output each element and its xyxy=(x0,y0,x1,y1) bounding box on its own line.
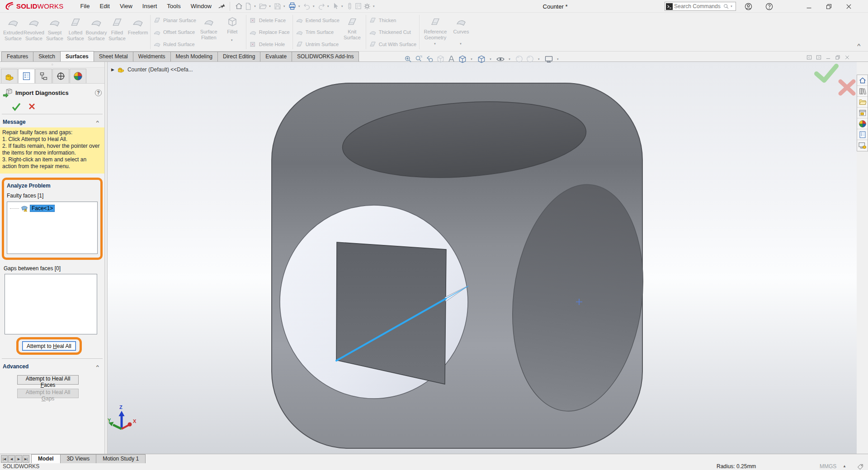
tab-features[interactable]: Features xyxy=(1,52,33,61)
breadcrumb-label[interactable]: Counter (Default) <<Defa... xyxy=(127,66,193,73)
zoom-to-fit-icon[interactable] xyxy=(404,55,412,63)
next-tab-icon[interactable]: ▶ xyxy=(15,455,22,463)
units-up-icon[interactable]: ▲ xyxy=(843,464,846,468)
surface-flatten-button[interactable]: Surface Flatten xyxy=(197,14,221,50)
close-button[interactable] xyxy=(839,0,858,13)
featuremanager-tab[interactable] xyxy=(1,69,18,83)
extend-surface-button[interactable]: Extend Surface xyxy=(296,15,340,25)
previous-tab-icon[interactable]: ◀ xyxy=(8,455,15,463)
trim-surface-button[interactable]: Trim Surface xyxy=(296,28,340,37)
view-settings-dropdown-icon[interactable]: ▼ xyxy=(557,58,559,61)
dock-right-icon[interactable] xyxy=(816,54,822,61)
print-button[interactable] xyxy=(288,1,297,11)
thickened-cut-button[interactable]: Thickened Cut xyxy=(369,28,416,37)
tab-sketch[interactable]: Sketch xyxy=(33,52,61,61)
feature-tree-breadcrumb[interactable]: ▶ Counter (Default) <<Defa... xyxy=(111,66,193,73)
new-document-button[interactable] xyxy=(244,1,253,11)
open-button[interactable] xyxy=(258,1,268,11)
custom-properties-icon[interactable] xyxy=(857,129,868,140)
dimxpertmanager-tab[interactable] xyxy=(52,69,69,83)
collapse-ribbon-icon[interactable]: ^ xyxy=(857,43,861,49)
filled-surface-button[interactable]: Filled Surface xyxy=(107,14,127,50)
tab-weldments[interactable]: Weldments xyxy=(133,52,171,61)
model-3d-view[interactable]: Z Y X xyxy=(108,62,857,454)
dock-left-icon[interactable] xyxy=(806,54,812,61)
faulty-faces-list[interactable]: Face<1> xyxy=(7,202,98,254)
reference-geometry-button[interactable]: Reference Geometry▼ xyxy=(421,14,449,50)
ok-check-icon[interactable] xyxy=(11,101,21,111)
swept-surface-button[interactable]: Swept Surface xyxy=(44,14,65,50)
tab-mesh-modeling[interactable]: Mesh Modeling xyxy=(170,52,218,61)
attempt-to-heal-all-faces-button[interactable]: Attempt to Heal All Faces xyxy=(17,375,79,385)
delete-hole-button[interactable]: Delete Hole xyxy=(249,39,290,49)
pin-menu-icon[interactable] xyxy=(217,1,226,10)
menu-tools[interactable]: Tools xyxy=(162,0,185,12)
confirm-ok-icon[interactable] xyxy=(816,66,836,80)
tab-solidworks-add-ins[interactable]: SOLIDWORKS Add-Ins xyxy=(292,52,359,61)
rebuild-button[interactable] xyxy=(345,1,354,11)
curves-button[interactable]: Curves▼ xyxy=(449,14,473,50)
redo-button[interactable] xyxy=(317,1,326,11)
counter-part-body[interactable] xyxy=(272,83,656,448)
tag-icon[interactable] xyxy=(857,463,863,470)
model-tab[interactable]: Model xyxy=(31,454,61,463)
3d-views-tab[interactable]: 3D Views xyxy=(60,454,96,463)
restore-button[interactable] xyxy=(819,0,838,13)
boundary-surface-button[interactable]: Boundary Surface xyxy=(86,14,107,50)
edit-appearance-icon[interactable] xyxy=(515,55,524,63)
print-dropdown-icon[interactable]: ▼ xyxy=(298,5,301,8)
open-dropdown-icon[interactable]: ▼ xyxy=(269,5,271,8)
tab-evaluate[interactable]: Evaluate xyxy=(260,52,292,61)
search-input[interactable] xyxy=(673,3,723,9)
displaymanager-tab[interactable] xyxy=(70,69,86,83)
home-button[interactable] xyxy=(234,1,244,11)
freeform-button[interactable]: Freeform xyxy=(127,14,148,50)
solidworks-resources-icon[interactable] xyxy=(857,140,868,151)
save-dropdown-icon[interactable]: ▼ xyxy=(283,5,286,8)
gaps-list[interactable] xyxy=(5,274,97,334)
options-button[interactable] xyxy=(363,1,372,11)
panel-help-icon[interactable]: ? xyxy=(95,89,102,96)
square-pocket-face[interactable] xyxy=(336,242,446,384)
replace-face-button[interactable]: Replace Face xyxy=(249,28,290,37)
curves-dropdown-icon[interactable]: ▼ xyxy=(459,42,462,45)
last-tab-icon[interactable]: ▶| xyxy=(23,455,29,463)
help-button[interactable] xyxy=(761,0,777,13)
fillet-button[interactable]: Fillet▼ xyxy=(221,14,244,50)
display-style-icon[interactable] xyxy=(477,55,486,64)
view-settings-icon[interactable] xyxy=(544,55,553,64)
new-dropdown-icon[interactable]: ▼ xyxy=(254,5,256,8)
design-library-icon[interactable] xyxy=(857,86,868,97)
menu-window[interactable]: Window xyxy=(186,0,217,12)
graphics-viewport[interactable]: Z Y X ▶ Counter (Default) <<Defa... xyxy=(108,62,857,454)
extruded-surface-button[interactable]: Extruded Surface xyxy=(3,14,24,50)
save-button[interactable] xyxy=(273,1,282,11)
redo-dropdown-icon[interactable]: ▼ xyxy=(327,5,330,8)
doc-minimize-icon[interactable] xyxy=(825,54,831,61)
ruled-surface-button[interactable]: Ruled Surface xyxy=(153,39,196,49)
message-section-header[interactable]: Message ^ xyxy=(2,117,103,127)
minimize-button[interactable] xyxy=(799,0,818,13)
select-dropdown-icon[interactable]: ▼ xyxy=(341,5,344,8)
view-orientation-dropdown-icon[interactable]: ▼ xyxy=(470,58,473,61)
knit-surface-button[interactable]: Knit Surface xyxy=(340,14,364,50)
collapse-section-icon[interactable]: ^ xyxy=(96,365,99,368)
file-properties-button[interactable] xyxy=(354,1,363,11)
face-item[interactable]: Face<1> xyxy=(30,205,55,212)
faulty-face-row[interactable]: Face<1> xyxy=(9,204,96,212)
tab-sheet-metal[interactable]: Sheet Metal xyxy=(94,52,133,61)
cancel-x-icon[interactable] xyxy=(28,103,36,110)
taskpane-home-icon[interactable] xyxy=(857,75,868,86)
attempt-to-heal-all-gaps-button[interactable]: Attempt to Heal All Gaps xyxy=(17,389,79,398)
advanced-section-header[interactable]: Advanced ^ xyxy=(2,362,103,371)
offset-surface-button[interactable]: Offset Surface xyxy=(153,28,196,37)
delete-face-button[interactable]: Delete Face xyxy=(249,15,290,25)
propertymanager-tab[interactable] xyxy=(18,69,35,83)
previous-view-icon[interactable] xyxy=(425,55,434,63)
motion-study-tab[interactable]: Motion Study 1 xyxy=(96,454,146,463)
undo-button[interactable] xyxy=(302,1,311,11)
apply-scene-dropdown-icon[interactable]: ▼ xyxy=(538,58,540,61)
expand-tree-icon[interactable]: ▶ xyxy=(111,67,114,72)
revolved-surface-button[interactable]: Revolved Surface xyxy=(24,14,44,50)
reference-geometry-dropdown-icon[interactable]: ▼ xyxy=(434,42,436,45)
